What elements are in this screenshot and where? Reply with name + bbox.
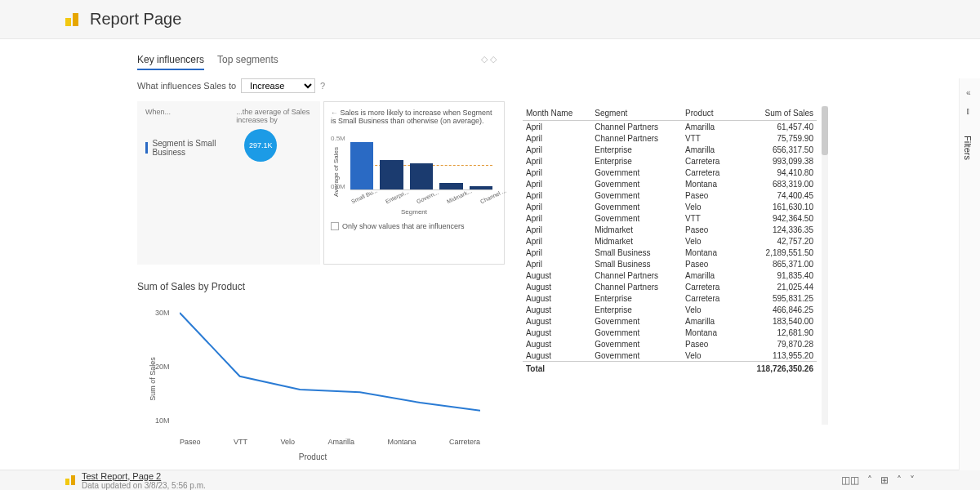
filters-pane[interactable]: « ⫿ Filters xyxy=(959,78,980,490)
table-row[interactable]: AprilChannel PartnersAmarilla61,457.40 xyxy=(523,121,817,133)
table-header[interactable]: Sum of Sales xyxy=(735,106,817,121)
table-row[interactable]: AprilChannel PartnersVTT75,759.90 xyxy=(523,132,817,144)
table-row[interactable]: AugustGovernmentVelo113,955.20 xyxy=(523,350,817,362)
table-visual[interactable]: Month NameSegmentProductSum of Sales Apr… xyxy=(523,106,817,425)
table-header[interactable]: Segment xyxy=(591,106,682,121)
ki-feedback-icons[interactable]: ◇ ◇ xyxy=(481,54,497,65)
collapse-icon[interactable]: « xyxy=(966,88,971,97)
line-ytick-10m: 10M xyxy=(155,416,170,425)
table-row[interactable]: AugustChannel PartnersCarretera21,025.44 xyxy=(523,281,817,292)
ki-category-label: Govern... xyxy=(416,189,439,205)
line-category-label: Velo xyxy=(280,438,295,446)
ki-question-label: What influences Sales to xyxy=(137,81,236,91)
footer-bar: Test Report, Page 2 Data updated on 3/8/… xyxy=(0,470,980,490)
table-row[interactable]: AprilEnterpriseAmarilla656,317.50 xyxy=(523,144,817,155)
ki-ytick-hi: 0.5M xyxy=(331,135,345,142)
table-row[interactable]: AugustEnterpriseCarretera595,831.25 xyxy=(523,292,817,304)
grid-view-icon[interactable]: ⊞ xyxy=(880,474,889,486)
ki-bar-chart[interactable]: Average of Sales 0.5M 0.0M Small Bu...En… xyxy=(331,131,497,205)
table-header[interactable]: Month Name xyxy=(523,106,591,121)
influencer-bubble[interactable]: 297.1K xyxy=(244,129,277,162)
table-row[interactable]: AugustGovernmentMontana12,681.90 xyxy=(523,327,817,338)
line-category-label: VTT xyxy=(234,438,247,446)
table-row[interactable]: AugustChannel PartnersAmarilla91,835.40 xyxy=(523,270,817,281)
page-title: Report Page xyxy=(90,10,181,29)
ki-when-header: When... xyxy=(145,108,236,116)
data-updated-label: Data updated on 3/8/23, 5:56 p.m. xyxy=(82,481,206,490)
line-ytick-20m: 20M xyxy=(155,363,170,371)
table-total-row: Total118,726,350.26 xyxy=(523,362,817,375)
line-category-label: Amarilla xyxy=(327,438,354,446)
ki-explanation: Sales is more likely to increase when Se… xyxy=(331,109,492,125)
chart-view-icon[interactable]: ◫◫ xyxy=(841,474,859,486)
chevron-down-icon[interactable]: ˅ xyxy=(910,474,915,486)
line-category-label: Carretera xyxy=(449,438,480,446)
line-chart-title: Sum of Sales by Product xyxy=(137,281,488,292)
help-icon[interactable]: ? xyxy=(320,81,325,91)
ki-bar[interactable] xyxy=(439,183,462,189)
chevron-up-icon[interactable]: ˄ xyxy=(867,474,872,486)
tab-top-segments[interactable]: Top segments xyxy=(217,54,278,70)
ki-bar[interactable] xyxy=(380,160,403,189)
ki-bar[interactable] xyxy=(350,142,373,189)
line-xaxis-label: Product xyxy=(137,452,488,461)
table-row[interactable]: AprilEnterpriseCarretera993,099.38 xyxy=(523,155,817,167)
ki-bar[interactable] xyxy=(410,163,433,189)
ki-ytick-lo: 0.0M xyxy=(331,183,345,190)
influencer-bar-icon xyxy=(145,142,148,154)
filters-label: Filters xyxy=(963,136,973,160)
influencer-text[interactable]: Segment is Small Business xyxy=(153,139,237,157)
report-canvas: Key influencers Top segments ◇ ◇ What in… xyxy=(0,39,980,470)
line-category-label: Montana xyxy=(387,438,416,446)
table-header[interactable]: Product xyxy=(682,106,735,121)
table-row[interactable]: AprilSmall BusinessPaseo865,371.00 xyxy=(523,258,817,270)
table-row[interactable]: AprilGovernmentMontana683,319.00 xyxy=(523,178,817,189)
key-influencers-visual[interactable]: Key influencers Top segments ◇ ◇ What in… xyxy=(137,54,505,265)
table-row[interactable]: AprilGovernmentPaseo74,400.45 xyxy=(523,189,817,201)
report-breadcrumb-link[interactable]: Test Report, Page 2 xyxy=(82,471,206,481)
table-row[interactable]: AugustGovernmentAmarilla183,540.00 xyxy=(523,315,817,327)
table-row[interactable]: AprilMidmarketPaseo124,336.35 xyxy=(523,224,817,235)
tab-key-influencers[interactable]: Key influencers xyxy=(137,54,204,70)
only-influencers-label: Only show values that are influencers xyxy=(342,222,465,230)
line-chart-visual[interactable]: Sum of Sales by Product Sum of Sales 30M… xyxy=(137,281,488,461)
chevron-up-icon-2[interactable]: ˄ xyxy=(897,474,902,486)
table-row[interactable]: AprilGovernmentCarretera94,410.80 xyxy=(523,167,817,178)
ki-bar[interactable] xyxy=(470,186,492,189)
powerbi-logo-icon xyxy=(65,13,78,26)
ki-category-label: Enterpri... xyxy=(385,189,409,204)
table-row[interactable]: AugustEnterpriseVelo466,846.25 xyxy=(523,304,817,315)
table-row[interactable]: AugustGovernmentPaseo79,870.28 xyxy=(523,338,817,350)
line-category-label: Paseo xyxy=(180,438,201,446)
ki-category-label: Midmark... xyxy=(446,188,473,204)
line-ytick-30m: 30M xyxy=(155,309,170,317)
filter-icon[interactable]: ⫿ xyxy=(966,106,970,115)
arrow-left-icon: ← xyxy=(331,109,338,117)
table-row[interactable]: AprilGovernmentVTT942,364.50 xyxy=(523,212,817,224)
ki-xaxis-label: Segment xyxy=(331,208,497,216)
line-plot-svg xyxy=(180,302,480,434)
powerbi-logo-small-icon xyxy=(65,475,75,485)
only-influencers-checkbox[interactable] xyxy=(331,222,339,230)
table-row[interactable]: AprilMidmarketVelo42,757.20 xyxy=(523,235,817,247)
table-row[interactable]: AprilGovernmentVelo161,630.10 xyxy=(523,201,817,212)
table-row[interactable]: AprilSmall BusinessMontana2,189,551.50 xyxy=(523,247,817,258)
table-scrollbar[interactable] xyxy=(822,106,828,425)
ki-avg-header: ...the average of Sales increases by xyxy=(236,108,312,124)
ki-direction-dropdown[interactable]: Increase xyxy=(241,78,315,93)
